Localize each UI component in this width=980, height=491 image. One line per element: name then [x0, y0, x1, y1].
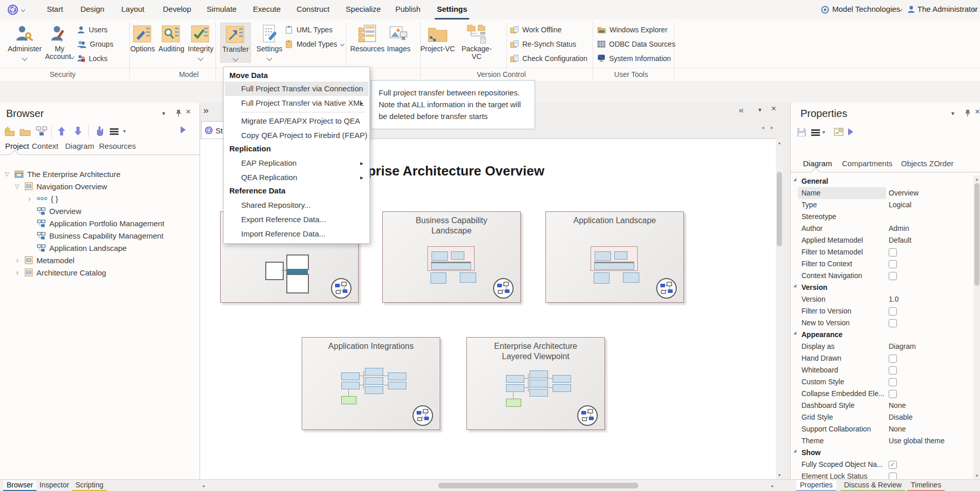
pin-icon[interactable] — [175, 109, 182, 117]
property-row-custom-style[interactable]: Custom Style — [791, 376, 973, 388]
property-row-author[interactable]: AuthorAdmin — [791, 223, 973, 234]
collapse-icon[interactable]: ◢ — [793, 448, 796, 453]
properties-tab-compartments[interactable]: Compartments — [842, 159, 892, 168]
collapse-left-icon[interactable]: « — [739, 105, 743, 115]
tree-item-overview[interactable]: Overview — [0, 205, 198, 217]
collapse-arrow-icon[interactable]: › — [13, 256, 21, 264]
browser-expand-icon[interactable] — [181, 126, 186, 133]
my-account-button[interactable]: My Account — [42, 23, 77, 61]
scroll-down-icon[interactable]: ▾ — [776, 472, 783, 478]
tab-publish[interactable]: Publish — [393, 0, 422, 18]
property-row-hand-drawn[interactable]: Hand Drawn — [791, 352, 973, 364]
property-value[interactable]: Diagram — [889, 341, 916, 352]
scroll-up-icon[interactable]: ▴ — [973, 176, 980, 182]
system-information-button[interactable]: System Information — [597, 52, 671, 65]
app-logo-icon[interactable] — [7, 4, 18, 15]
pin-icon[interactable] — [965, 109, 971, 117]
property-row-stereotype[interactable]: Stereotype — [791, 211, 973, 223]
move-up-icon[interactable] — [57, 126, 66, 136]
browser-hamburger-icon[interactable] — [110, 128, 119, 130]
property-row-whiteboard[interactable]: Whiteboard — [791, 364, 973, 376]
tab-specialize[interactable]: Specialize — [344, 0, 383, 18]
menu-item-qea-replication[interactable]: QEA Replication▸ — [225, 170, 368, 185]
model-types-button[interactable]: Model Types — [285, 38, 344, 50]
windows-explorer-button[interactable]: Windows Explorer — [597, 24, 668, 36]
images-button[interactable]: Images — [381, 23, 417, 53]
bottom-tab-properties[interactable]: Properties — [796, 480, 836, 491]
property-row-name[interactable]: NameOverview — [791, 187, 973, 199]
tree-item-braces[interactable]: › { } — [0, 192, 198, 205]
properties-expand-icon[interactable] — [848, 128, 853, 135]
property-row-context-navigation[interactable]: Context Navigation — [791, 270, 973, 282]
tree-item-metamodel[interactable]: › Metamodel — [0, 254, 198, 266]
menu-item-import-reference-data[interactable]: Import Reference Data... — [225, 227, 368, 241]
tab-design[interactable]: Design — [79, 0, 107, 18]
tab-execute[interactable]: Execute — [251, 0, 283, 18]
property-row-filter-to-context[interactable]: Filter to Context — [791, 258, 973, 270]
property-row-version[interactable]: Version1.0 — [791, 293, 973, 305]
new-package-icon[interactable] — [4, 126, 15, 136]
administer-button[interactable]: Administer — [7, 23, 43, 62]
scroll-right-icon[interactable]: ▸ — [771, 483, 774, 489]
new-diagram-icon[interactable] — [36, 126, 47, 136]
property-row-new-to-version[interactable]: New to Version — [791, 317, 973, 329]
browser-tab-resources[interactable]: Resources — [99, 142, 136, 150]
bottom-tab-discuss-review[interactable]: Discuss & Review — [840, 480, 905, 491]
browser-tab-context[interactable]: Context — [32, 142, 58, 150]
property-row-dashboard-style[interactable]: Dashboard StyleNone — [791, 400, 973, 411]
package-vc-button[interactable]: Package-VC — [459, 23, 495, 61]
property-row-display-as[interactable]: Display asDiagram — [791, 341, 973, 352]
close-icon[interactable]: × — [771, 104, 776, 114]
next-tab-icon[interactable]: ▸ — [771, 124, 774, 131]
model-technologies-label[interactable]: Model Technologies — [832, 5, 900, 13]
menu-item-eap-replication[interactable]: EAP Replication▸ — [225, 156, 368, 170]
property-row-grid-style[interactable]: Grid StyleDisable — [791, 411, 973, 423]
checkbox[interactable] — [889, 366, 897, 375]
tree-item-application-landscape[interactable]: Application Landscape — [0, 242, 198, 254]
checkbox[interactable] — [889, 390, 897, 398]
property-row-applied-metamodel[interactable]: Applied MetamodelDefault — [791, 234, 973, 246]
menu-item-export-reference-data[interactable]: Export Reference Data... — [225, 212, 368, 227]
property-row-theme[interactable]: ThemeUse global theme — [791, 435, 973, 447]
browser-tab-project[interactable]: Project — [5, 142, 29, 150]
property-value[interactable]: Use global theme — [889, 435, 945, 447]
bottom-tab-scripting[interactable]: Scripting — [72, 480, 107, 491]
checkbox[interactable] — [889, 260, 897, 268]
property-row-element-lock-status[interactable]: Element Lock Status — [791, 470, 973, 479]
collapse-icon[interactable]: ◢ — [793, 177, 796, 182]
property-value[interactable]: Overview — [889, 187, 918, 199]
properties-tab-diagram[interactable]: Diagram — [803, 159, 832, 168]
expand-arrow-icon[interactable]: ▽ — [3, 171, 11, 178]
property-group-appearance[interactable]: ◢Appearance — [791, 329, 973, 341]
checkbox[interactable] — [889, 378, 897, 386]
diagram-object-application-landscape[interactable]: Application Landscape — [545, 211, 684, 303]
dropdown-icon[interactable]: ▾ — [951, 110, 954, 117]
tree-item-navigation-overview[interactable]: ▽ Navigation Overview — [0, 180, 198, 192]
transfer-button[interactable]: Transfer — [220, 23, 251, 63]
tab-simulate[interactable]: Simulate — [205, 0, 239, 18]
properties-hamburger-icon[interactable] — [811, 129, 820, 131]
scroll-up-icon[interactable]: ▴ — [776, 140, 783, 146]
canvas-horizontal-scrollbar[interactable]: ◂ ▸ — [201, 482, 775, 489]
tab-start[interactable]: Start — [45, 0, 65, 18]
scrollbar-thumb[interactable] — [777, 172, 782, 246]
resources-button[interactable]: Resources — [349, 23, 385, 53]
bottom-tab-timelines[interactable]: Timelines — [907, 480, 945, 491]
collapse-arrow-icon[interactable]: › — [13, 268, 21, 277]
properties-scrollbar[interactable]: ▴ ▾ — [973, 175, 980, 479]
settings-button[interactable]: Settings — [251, 23, 287, 62]
close-icon[interactable]: × — [975, 107, 980, 117]
hamburger-dropdown-icon[interactable]: ▾ — [123, 128, 126, 134]
bottom-tab-inspector[interactable]: Inspector — [36, 480, 73, 490]
expand-right-icon[interactable]: » — [203, 105, 209, 116]
property-value[interactable]: Default — [889, 234, 911, 246]
property-group-general[interactable]: ◢General — [791, 175, 973, 187]
scrollbar-thumb[interactable] — [974, 183, 979, 286]
collapse-icon[interactable]: ◢ — [793, 330, 796, 335]
property-row-collapse-embedded[interactable]: Collapse Embedded Ele... — [791, 388, 973, 400]
expand-arrow-icon[interactable]: ▽ — [13, 183, 21, 190]
menu-item-full-project-transfer-via-connection[interactable]: Full Project Transfer via Connection — [225, 82, 368, 96]
menu-item-shared-repository[interactable]: Shared Repository... — [225, 198, 368, 212]
property-row-fully-scoped[interactable]: Fully Scoped Object Na... — [791, 459, 973, 470]
collapse-arrow-icon[interactable]: › — [26, 194, 33, 203]
